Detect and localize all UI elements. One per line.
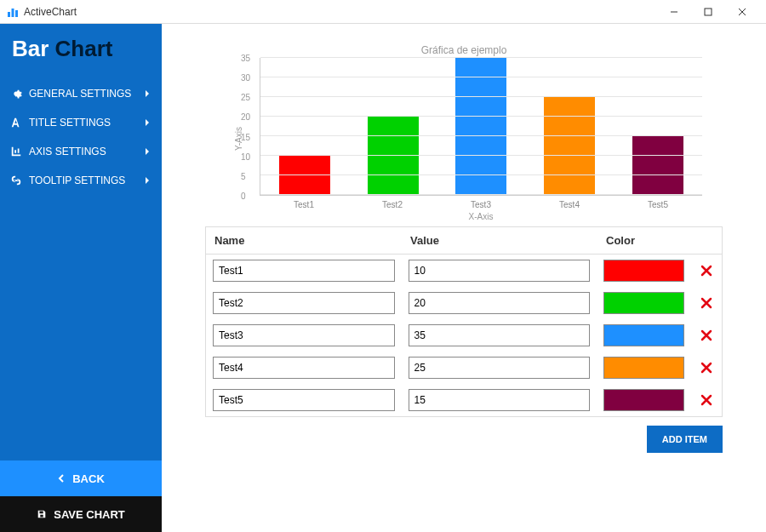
back-button[interactable]: BACK xyxy=(0,460,162,496)
menu-label: TITLE SETTINGS xyxy=(29,117,143,129)
header-value: Value xyxy=(402,227,597,254)
window-minimize-button[interactable] xyxy=(657,0,691,24)
color-swatch[interactable] xyxy=(603,324,684,346)
settings-menu: GENERAL SETTINGS TITLE SETTINGS AXIS SET… xyxy=(0,79,162,195)
save-icon xyxy=(37,509,47,519)
chart-bar xyxy=(544,97,595,195)
chart-bar xyxy=(279,156,330,195)
chevron-right-icon xyxy=(143,176,151,185)
y-tick-label: 0 xyxy=(241,192,246,201)
x-tick-label: Test2 xyxy=(367,200,418,209)
menu-item-axis-settings[interactable]: AXIS SETTINGS xyxy=(0,137,162,166)
grid-line xyxy=(260,57,702,58)
name-input[interactable] xyxy=(213,389,395,411)
color-swatch[interactable] xyxy=(603,389,684,411)
chevron-left-icon xyxy=(57,474,66,483)
chevron-right-icon xyxy=(143,147,151,156)
sidebar: Bar Chart GENERAL SETTINGS TITLE SETTING… xyxy=(0,24,162,532)
table-row xyxy=(206,319,722,352)
chevron-right-icon xyxy=(143,118,151,127)
svg-rect-0 xyxy=(8,12,10,17)
name-input[interactable] xyxy=(213,260,395,282)
table-row xyxy=(206,287,722,319)
window-titlebar: ActiveChart xyxy=(0,0,766,24)
add-item-button[interactable]: ADD ITEM xyxy=(647,426,723,453)
chart-box: Y-Axis Test1Test2Test3Test4Test5 X-Axis … xyxy=(226,58,702,220)
menu-item-general-settings[interactable]: GENERAL SETTINGS xyxy=(0,79,162,108)
menu-item-title-settings[interactable]: TITLE SETTINGS xyxy=(0,108,162,137)
value-input[interactable] xyxy=(409,389,591,411)
y-tick-label: 25 xyxy=(241,93,250,102)
window-close-button[interactable] xyxy=(725,0,759,24)
chart-bar xyxy=(632,136,683,195)
chart-bar xyxy=(368,117,419,195)
x-axis-label: X-Axis xyxy=(260,212,702,221)
table-header: Name Value Color xyxy=(206,227,722,255)
y-tick-label: 20 xyxy=(241,112,250,122)
x-tick-label: Test4 xyxy=(544,200,595,209)
value-input[interactable] xyxy=(409,324,591,346)
grid-line xyxy=(260,174,702,175)
axis-icon xyxy=(10,146,22,157)
grid-line xyxy=(260,194,702,195)
value-input[interactable] xyxy=(409,260,591,282)
chart-plot xyxy=(260,58,702,196)
y-tick-label: 15 xyxy=(241,132,250,141)
link-icon xyxy=(10,174,22,186)
color-swatch[interactable] xyxy=(603,357,684,379)
menu-label: AXIS SETTINGS xyxy=(29,146,143,157)
table-row xyxy=(206,384,722,416)
delete-row-icon[interactable] xyxy=(700,362,712,374)
grid-line xyxy=(260,116,702,117)
menu-label: GENERAL SETTINGS xyxy=(29,88,143,100)
svg-rect-2 xyxy=(15,10,18,17)
delete-row-icon[interactable] xyxy=(700,265,712,277)
menu-item-tooltip-settings[interactable]: TOOLTIP SETTINGS xyxy=(0,166,162,195)
page-title: Bar Chart xyxy=(0,24,162,79)
y-tick-label: 35 xyxy=(241,54,250,63)
table-row xyxy=(206,255,722,287)
content-area: Gráfica de ejemplo Y-Axis Test1Test2Test… xyxy=(162,24,766,532)
header-color: Color xyxy=(597,227,691,254)
svg-rect-1 xyxy=(12,9,14,17)
x-tick-label: Test3 xyxy=(455,200,506,209)
grid-line xyxy=(260,155,702,156)
grid-line xyxy=(260,77,702,77)
window-maximize-button[interactable] xyxy=(691,0,725,24)
name-input[interactable] xyxy=(213,292,395,314)
svg-rect-4 xyxy=(705,9,712,15)
app-logo-icon xyxy=(7,6,19,18)
chart-title: Gráfica de ejemplo xyxy=(226,44,702,56)
menu-label: TOOLTIP SETTINGS xyxy=(29,174,143,186)
data-table: Name Value Color xyxy=(205,226,723,417)
chart-area: Gráfica de ejemplo Y-Axis Test1Test2Test… xyxy=(226,44,702,220)
name-input[interactable] xyxy=(213,324,395,346)
back-button-label: BACK xyxy=(72,472,105,485)
x-tick-row: Test1Test2Test3Test4Test5 xyxy=(260,200,702,209)
y-tick-label: 10 xyxy=(241,152,250,161)
header-delete xyxy=(691,234,722,248)
page-title-part-a: Bar xyxy=(12,36,49,61)
x-tick-label: Test5 xyxy=(632,200,683,209)
color-swatch[interactable] xyxy=(603,292,684,314)
value-input[interactable] xyxy=(409,357,591,379)
name-input[interactable] xyxy=(213,357,395,379)
y-tick-label: 30 xyxy=(241,73,250,83)
save-chart-button[interactable]: SAVE CHART xyxy=(0,496,162,532)
color-swatch[interactable] xyxy=(603,260,684,282)
page-title-part-b: Chart xyxy=(55,36,113,61)
y-tick-label: 5 xyxy=(241,171,246,180)
delete-row-icon[interactable] xyxy=(700,394,712,406)
grid-line xyxy=(260,96,702,97)
chevron-right-icon xyxy=(143,89,151,98)
save-button-label: SAVE CHART xyxy=(54,508,125,521)
delete-row-icon[interactable] xyxy=(700,329,712,341)
value-input[interactable] xyxy=(409,292,591,314)
text-icon xyxy=(10,117,22,129)
header-name: Name xyxy=(206,227,402,254)
delete-row-icon[interactable] xyxy=(700,297,712,309)
x-tick-label: Test1 xyxy=(278,200,329,209)
grid-line xyxy=(260,135,702,136)
window-title: ActiveChart xyxy=(24,6,657,18)
table-row xyxy=(206,352,722,384)
